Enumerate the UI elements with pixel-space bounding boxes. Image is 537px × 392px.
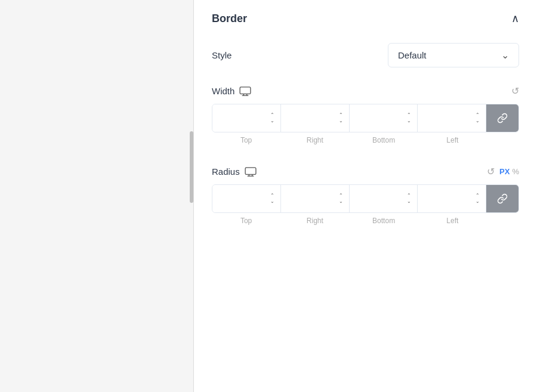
width-right-input[interactable]: ⌃ ⌄ [281, 104, 350, 132]
left-panel [0, 0, 194, 392]
width-top-spinner[interactable]: ⌃ ⌄ [270, 113, 274, 124]
style-dropdown[interactable]: Default ⌄ [388, 43, 519, 67]
border-section-title: Border [212, 13, 247, 25]
scrollbar-thumb[interactable] [190, 131, 193, 203]
radius-labels: Top Right Bottom Left [212, 217, 519, 225]
radius-unit-percent[interactable]: % [512, 167, 519, 176]
width-left-down-arrow[interactable]: ⌄ [476, 119, 480, 124]
width-left-spinner[interactable]: ⌃ ⌄ [476, 113, 480, 124]
radius-top-down-arrow[interactable]: ⌄ [270, 199, 274, 204]
style-row: Style Default ⌄ [212, 43, 519, 67]
width-right-up-arrow[interactable]: ⌃ [339, 113, 343, 118]
width-top-label: Top [212, 136, 280, 144]
width-labels: Top Right Bottom Left [212, 136, 519, 144]
radius-right-spinner[interactable]: ⌃ ⌄ [339, 193, 343, 204]
collapse-icon[interactable]: ∧ [511, 12, 519, 25]
width-right-down-arrow[interactable]: ⌄ [339, 119, 343, 124]
width-reset-icon[interactable]: ↺ [511, 85, 519, 97]
radius-unit-px[interactable]: PX [499, 167, 510, 176]
radius-left-input[interactable]: ⌃ ⌄ [418, 185, 486, 212]
width-bottom-spinner[interactable]: ⌃ ⌄ [407, 113, 411, 124]
width-bottom-down-arrow[interactable]: ⌄ [407, 119, 411, 124]
radius-link-button[interactable] [486, 185, 519, 212]
radius-left-label: Left [418, 217, 487, 225]
radius-link-icon [497, 193, 508, 204]
svg-rect-4 [245, 167, 256, 174]
radius-left-up-arrow[interactable]: ⌃ [476, 193, 480, 198]
width-input-row: ⌃ ⌄ ⌃ ⌄ ⌃ ⌄ [212, 104, 519, 144]
radius-right-label: Right [280, 217, 349, 225]
right-panel: Border ∧ Style Default ⌄ Width ↺ [194, 0, 537, 392]
radius-header: Radius ↺ PX % [212, 166, 519, 177]
radius-right-down-arrow[interactable]: ⌄ [339, 199, 343, 204]
radius-bottom-up-arrow[interactable]: ⌃ [407, 193, 411, 198]
width-header: Width ↺ [212, 85, 519, 97]
width-right-label: Right [280, 136, 349, 144]
width-bottom-input[interactable]: ⌃ ⌄ [350, 104, 418, 132]
radius-label: Radius [212, 166, 240, 177]
radius-monitor-icon [245, 167, 257, 177]
scrollbar-track [190, 0, 193, 392]
radius-bottom-down-arrow[interactable]: ⌄ [407, 199, 411, 204]
width-section: Width ↺ ⌃ ⌄ [212, 85, 519, 144]
width-bottom-up-arrow[interactable]: ⌃ [407, 113, 411, 118]
width-left-label: Left [418, 136, 487, 144]
radius-input-grid: ⌃ ⌄ ⌃ ⌄ ⌃ ⌄ [212, 184, 519, 213]
dropdown-arrow-icon: ⌄ [501, 50, 509, 61]
width-right-spinner[interactable]: ⌃ ⌄ [339, 113, 343, 124]
radius-top-label: Top [212, 217, 280, 225]
border-section-header: Border ∧ [212, 12, 519, 25]
radius-section: Radius ↺ PX % ⌃ ⌄ [212, 166, 519, 225]
width-top-input[interactable]: ⌃ ⌄ [212, 104, 281, 132]
svg-rect-0 [240, 87, 251, 94]
radius-bottom-spinner[interactable]: ⌃ ⌄ [407, 193, 411, 204]
width-input-grid: ⌃ ⌄ ⌃ ⌄ ⌃ ⌄ [212, 104, 519, 132]
monitor-icon [239, 87, 251, 96]
radius-reset-icon[interactable]: ↺ [487, 166, 495, 177]
width-bottom-label: Bottom [350, 136, 418, 144]
style-dropdown-value: Default [398, 50, 427, 60]
radius-top-input[interactable]: ⌃ ⌄ [212, 185, 281, 212]
radius-top-spinner[interactable]: ⌃ ⌄ [270, 193, 274, 204]
width-label-spacer [487, 136, 519, 144]
style-label: Style [212, 50, 232, 60]
radius-label-spacer [487, 217, 519, 225]
width-top-up-arrow[interactable]: ⌃ [270, 113, 274, 118]
width-link-button[interactable] [486, 104, 519, 132]
width-label: Width [212, 86, 234, 96]
radius-bottom-input[interactable]: ⌃ ⌄ [350, 185, 418, 212]
radius-right-input[interactable]: ⌃ ⌄ [281, 185, 350, 212]
width-link-icon [497, 113, 508, 124]
radius-left-spinner[interactable]: ⌃ ⌄ [476, 193, 480, 204]
radius-left-down-arrow[interactable]: ⌄ [476, 199, 480, 204]
width-left-input[interactable]: ⌃ ⌄ [418, 104, 486, 132]
radius-input-row: ⌃ ⌄ ⌃ ⌄ ⌃ ⌄ [212, 184, 519, 225]
radius-top-up-arrow[interactable]: ⌃ [270, 193, 274, 198]
radius-bottom-label: Bottom [350, 217, 418, 225]
width-left-up-arrow[interactable]: ⌃ [476, 113, 480, 118]
width-top-down-arrow[interactable]: ⌄ [270, 119, 274, 124]
radius-right-up-arrow[interactable]: ⌃ [339, 193, 343, 198]
